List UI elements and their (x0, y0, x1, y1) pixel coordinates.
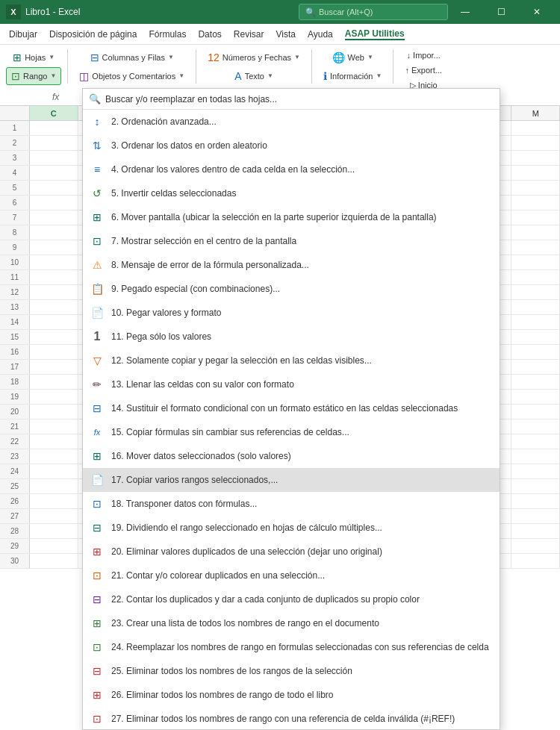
menu-item-8[interactable]: ⚠8. Mensaje de error de la fórmula perso… (83, 253, 500, 277)
menu-datos[interactable]: Datos (192, 26, 227, 43)
grid-cell[interactable] (511, 479, 560, 493)
grid-cell[interactable] (30, 300, 78, 314)
menu-item-23[interactable]: ⊞23. Crear una lista de todos los nombre… (83, 611, 500, 635)
dropdown-search-row[interactable]: 🔍 Buscar y/o reemplazar en todas las hoj… (83, 89, 500, 110)
grid-cell[interactable] (30, 464, 78, 478)
menu-formulas[interactable]: Fórmulas (143, 26, 192, 43)
menu-ayuda[interactable]: Ayuda (302, 26, 339, 43)
grid-cell[interactable] (511, 136, 560, 150)
grid-cell[interactable] (30, 494, 78, 508)
grid-cell[interactable] (30, 270, 78, 284)
menu-item-19[interactable]: ⊟19. Dividiendo el rango seleccionado en… (83, 516, 500, 540)
grid-cell[interactable] (511, 494, 560, 508)
menu-item-25[interactable]: ⊟25. Eliminar todos los nombres de los r… (83, 659, 500, 683)
menu-vista[interactable]: Vista (270, 26, 302, 43)
ribbon-btn-rango[interactable]: ⊡ Rango ▼ (6, 67, 61, 85)
grid-cell[interactable] (30, 136, 78, 150)
menu-item-16[interactable]: ⊞16. Mover datos seleccionados (solo val… (83, 444, 500, 468)
grid-cell[interactable] (511, 554, 560, 568)
menu-revisar[interactable]: Revisar (228, 26, 270, 43)
maximize-button[interactable]: ☐ (484, 0, 518, 24)
grid-cell[interactable] (30, 419, 78, 434)
grid-cell[interactable] (30, 181, 78, 195)
grid-cell[interactable] (511, 419, 560, 434)
grid-cell[interactable] (511, 539, 560, 553)
menu-item-9[interactable]: 📋9. Pegado especial (con combinaciones).… (83, 277, 500, 301)
menu-item-4[interactable]: ≡4. Ordenar los valores dentro de cada c… (83, 157, 500, 181)
grid-cell[interactable] (511, 360, 560, 374)
grid-cell[interactable] (511, 509, 560, 523)
menu-item-3[interactable]: ⇅3. Ordenar los datos en orden aleatorio (83, 134, 500, 157)
menu-asap[interactable]: ASAP Utilities (339, 25, 411, 43)
grid-cell[interactable] (30, 449, 78, 464)
grid-cell[interactable] (511, 390, 560, 404)
menu-dibujar[interactable]: Dibujar (3, 26, 43, 43)
ribbon-btn-export[interactable]: ↑ Export... (399, 63, 447, 78)
ribbon-btn-import[interactable]: ↓ Impor... (402, 48, 446, 63)
menu-item-7[interactable]: ⊡7. Mostrar selección en el centro de la… (83, 229, 500, 253)
grid-cell[interactable] (30, 151, 78, 165)
close-button[interactable]: ✕ (520, 0, 554, 24)
ribbon-btn-objetos[interactable]: ◫ Objetos y Comentarios ▼ (74, 67, 190, 85)
menu-item-11[interactable]: 111. Pega sólo los valores (83, 325, 500, 349)
grid-cell[interactable] (511, 240, 560, 255)
menu-item-12[interactable]: ▽12. Solamente copiar y pegar la selecci… (83, 349, 500, 372)
grid-cell[interactable] (30, 554, 78, 568)
grid-cell[interactable] (511, 300, 560, 314)
grid-cell[interactable] (511, 315, 560, 329)
grid-cell[interactable] (511, 464, 560, 478)
grid-cell[interactable] (30, 330, 78, 344)
ribbon-btn-hojas[interactable]: ⊞ Hojas ▼ (7, 49, 60, 66)
title-bar-search[interactable]: 🔍 Buscar (Alt+Q) (299, 4, 448, 20)
ribbon-btn-web[interactable]: 🌐 Web ▼ (327, 49, 379, 66)
grid-cell[interactable] (511, 151, 560, 165)
grid-cell[interactable] (30, 390, 78, 404)
grid-cell[interactable] (511, 225, 560, 240)
menu-item-26[interactable]: ⊞26. Eliminar todos los nombres de rango… (83, 683, 500, 707)
grid-cell[interactable] (30, 210, 78, 225)
grid-cell[interactable] (30, 240, 78, 255)
grid-cell[interactable] (511, 375, 560, 389)
grid-cell[interactable] (511, 405, 560, 419)
grid-cell[interactable] (511, 255, 560, 269)
menu-disposicion[interactable]: Disposición de página (43, 26, 143, 43)
ribbon-btn-info[interactable]: ℹ Información ▼ (318, 67, 387, 85)
grid-cell[interactable] (511, 330, 560, 344)
grid-cell[interactable] (511, 210, 560, 225)
menu-item-14[interactable]: ⊟14. Sustituir el formato condicional co… (83, 396, 500, 420)
grid-cell[interactable] (511, 270, 560, 284)
menu-item-18[interactable]: ⊡18. Transponer datos con fórmulas... (83, 492, 500, 516)
grid-cell[interactable] (30, 255, 78, 269)
grid-cell[interactable] (511, 524, 560, 538)
ribbon-btn-numeros[interactable]: 12 Números y Fechas ▼ (202, 49, 305, 66)
menu-item-24[interactable]: ⊡24. Reemplazar los nombres de rango en … (83, 635, 500, 659)
grid-cell[interactable] (511, 285, 560, 299)
menu-item-2[interactable]: ↕2. Ordenación avanzada... (83, 110, 500, 134)
menu-item-20[interactable]: ⊞20. Eliminar valores duplicados de una … (83, 540, 500, 564)
grid-cell[interactable] (30, 121, 78, 135)
grid-cell[interactable] (30, 360, 78, 374)
menu-item-13[interactable]: ✏13. Llenar las celdas con su valor con … (83, 372, 500, 396)
minimize-button[interactable]: — (448, 0, 482, 24)
menu-item-17[interactable]: 📄17. Copiar varios rangos seleccionados,… (83, 468, 500, 492)
grid-cell[interactable] (30, 479, 78, 493)
grid-cell[interactable] (30, 285, 78, 299)
ribbon-btn-texto[interactable]: A Texto ▼ (229, 67, 279, 85)
grid-cell[interactable] (511, 121, 560, 135)
menu-item-27[interactable]: ⊡27. Eliminar todos los nombres de rango… (83, 707, 500, 730)
grid-cell[interactable] (30, 345, 78, 359)
menu-item-6[interactable]: ⊞6. Mover pantalla (ubicar la selección … (83, 205, 500, 229)
grid-cell[interactable] (511, 434, 560, 449)
grid-cell[interactable] (511, 345, 560, 359)
grid-cell[interactable] (511, 166, 560, 180)
ribbon-btn-columnas[interactable]: ⊟ Columnas y Filas ▼ (85, 49, 179, 66)
grid-cell[interactable] (30, 315, 78, 329)
menu-item-15[interactable]: fx15. Copiar fórmulas sin cambiar sus re… (83, 420, 500, 444)
grid-cell[interactable] (30, 405, 78, 419)
grid-cell[interactable] (30, 225, 78, 240)
grid-cell[interactable] (511, 196, 560, 210)
grid-cell[interactable] (30, 509, 78, 523)
grid-cell[interactable] (511, 449, 560, 464)
grid-cell[interactable] (30, 375, 78, 389)
grid-cell[interactable] (30, 539, 78, 553)
